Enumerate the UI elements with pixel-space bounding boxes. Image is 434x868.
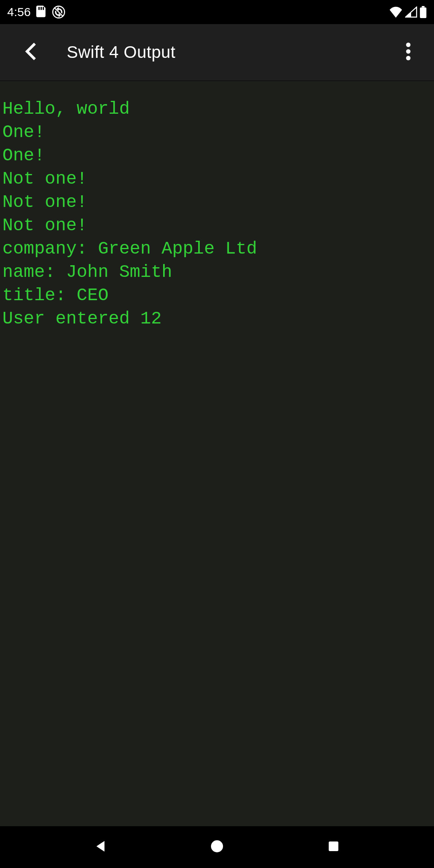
status-bar: 4:56 (0, 0, 434, 24)
system-nav-bar (0, 826, 434, 868)
svg-rect-6 (420, 7, 426, 18)
terminal-output-pane[interactable]: Hello, world One! One! Not one! Not one!… (0, 81, 434, 826)
status-left-group: 4:56 (7, 5, 65, 19)
page-title: Swift 4 Output (67, 43, 176, 62)
svg-rect-2 (43, 7, 44, 10)
svg-rect-0 (39, 7, 40, 10)
overflow-menu-button[interactable] (394, 38, 423, 67)
svg-point-7 (406, 43, 411, 47)
terminal-output-text: Hello, world One! One! Not one! Not one!… (2, 97, 432, 330)
svg-rect-11 (329, 841, 338, 851)
status-right-group (389, 6, 427, 18)
nav-home-icon (209, 838, 225, 856)
chevron-left-icon (21, 40, 37, 64)
svg-rect-1 (41, 7, 42, 10)
svg-rect-5 (422, 6, 425, 7)
nav-back-button[interactable] (84, 831, 117, 863)
status-time: 4:56 (7, 5, 31, 19)
back-button[interactable] (14, 38, 43, 67)
nav-recent-button[interactable] (317, 831, 350, 863)
wifi-icon (389, 6, 403, 18)
app-bar: Swift 4 Output (0, 24, 434, 81)
cellular-signal-icon (405, 6, 417, 18)
sd-card-icon (36, 6, 47, 18)
nav-recent-icon (326, 839, 341, 855)
more-vert-icon (406, 43, 411, 62)
sync-disabled-icon (52, 6, 65, 18)
svg-point-8 (406, 49, 411, 54)
nav-back-icon (92, 838, 108, 856)
svg-point-10 (211, 840, 223, 852)
battery-icon (420, 6, 427, 18)
nav-home-button[interactable] (201, 831, 233, 863)
svg-point-9 (406, 56, 411, 60)
